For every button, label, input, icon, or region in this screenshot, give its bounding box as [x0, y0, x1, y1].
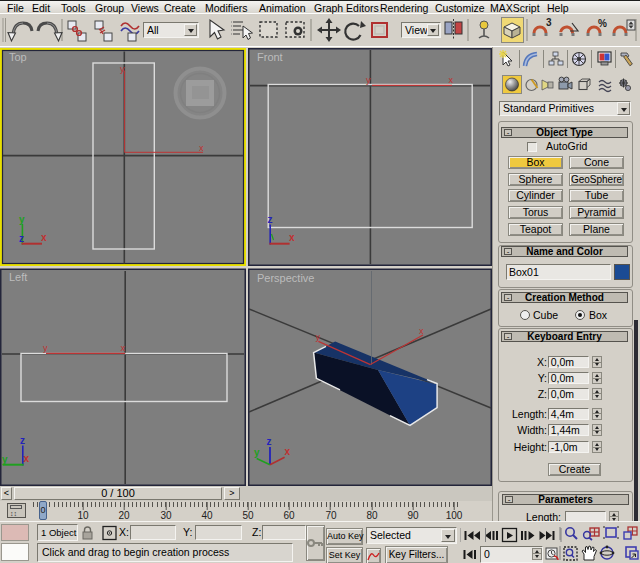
svg-text:z: z: [19, 233, 24, 244]
svg-text:Left: Left: [9, 271, 27, 283]
svg-text:y: y: [120, 64, 125, 74]
svg-text:z: z: [268, 214, 273, 225]
svg-text:y: y: [19, 214, 25, 225]
svg-text:y: y: [316, 332, 321, 342]
svg-text:z: z: [20, 435, 25, 446]
svg-text:x: x: [41, 232, 47, 243]
svg-text:Perspective: Perspective: [257, 272, 314, 284]
svg-text:x: x: [121, 343, 126, 353]
svg-text:Front: Front: [257, 51, 283, 63]
svg-text:x: x: [24, 453, 30, 464]
svg-text:x: x: [285, 446, 291, 457]
svg-text:Top: Top: [9, 51, 27, 63]
svg-text:z: z: [267, 436, 272, 447]
svg-text:y: y: [2, 454, 8, 465]
svg-text:y: y: [254, 447, 260, 458]
svg-text:x: x: [419, 326, 424, 336]
svg-text:x: x: [289, 232, 295, 243]
svg-text:x: x: [199, 143, 204, 153]
svg-text:%: %: [598, 18, 607, 29]
svg-text:3: 3: [546, 17, 552, 28]
svg-text:y: y: [43, 343, 48, 353]
svg-text:x: x: [449, 75, 454, 85]
svg-text:y: y: [366, 75, 371, 85]
